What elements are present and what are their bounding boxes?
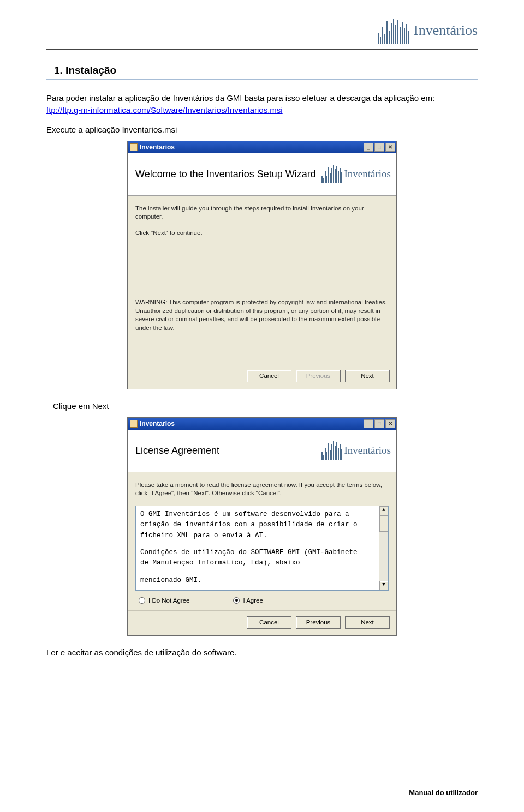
download-link[interactable]: ftp://ftp.g-m-informatica.com/Software/I… — [46, 105, 283, 115]
logo-bars-icon — [378, 17, 409, 44]
title-underline — [46, 79, 478, 80]
logo-bars-icon — [321, 441, 342, 460]
section-title: 1. Instalação — [54, 64, 478, 76]
warning-text: WARNING: This computer program is protec… — [135, 298, 389, 332]
next-button[interactable]: Next — [345, 370, 390, 382]
intro-text: Para poder instalar a aplicação de Inven… — [46, 92, 478, 104]
footer-text: Manual do utilizador — [46, 789, 478, 797]
license-line: O GMI Inventários é um software desenvol… — [140, 509, 386, 520]
banner-logo-text: Inventários — [344, 168, 391, 180]
next-button[interactable]: Next — [345, 616, 390, 629]
radio-icon — [233, 597, 240, 604]
cancel-button[interactable]: Cancel — [247, 616, 291, 629]
close-button[interactable]: ✕ — [385, 143, 395, 152]
license-line: ficheiro XML para o envia à AT. — [140, 531, 386, 541]
guide-text: The installer will guide you through the… — [135, 204, 389, 221]
license-line: de Manutenção Informático, Lda), abaixo — [140, 558, 386, 568]
click-next-text: Click "Next" to continue. — [135, 229, 389, 238]
maximize-button: □ — [374, 143, 384, 152]
execute-text: Execute a aplicação Inventarios.msi — [46, 125, 478, 134]
scroll-down-icon[interactable]: ▼ — [379, 581, 388, 590]
previous-button: Previous — [296, 370, 341, 382]
radio-do-not-agree-label: I Do Not Agree — [148, 597, 189, 604]
installer-icon — [130, 143, 138, 151]
button-bar: Cancel Previous Next — [128, 610, 396, 635]
page-header-logo: Inventários — [46, 14, 478, 47]
click-next-caption: Clique em Next — [53, 401, 478, 411]
previous-button[interactable]: Previous — [296, 616, 341, 629]
banner-logo: Inventários — [321, 165, 391, 183]
logo-text: Inventários — [414, 22, 478, 39]
minimize-button[interactable]: _ — [364, 419, 373, 428]
license-textbox[interactable]: O GMI Inventários é um software desenvol… — [135, 506, 389, 591]
minimize-button[interactable]: _ — [364, 143, 373, 152]
maximize-button: □ — [374, 419, 384, 428]
page-footer: Manual do utilizador — [46, 787, 478, 797]
accept-caption: Ler e aceitar as condições de utilização… — [46, 648, 478, 657]
installer-window-welcome: Inventarios _ □ ✕ Welcome to the Inventa… — [127, 141, 397, 389]
radio-agree-label: I Agree — [243, 597, 263, 604]
logo-bars-icon — [321, 165, 342, 183]
scroll-thumb[interactable] — [379, 515, 388, 532]
cancel-button[interactable]: Cancel — [247, 370, 291, 382]
window-title: Inventarios — [140, 420, 175, 428]
titlebar: Inventarios _ □ ✕ — [128, 418, 396, 430]
banner: License Agreement Inventários — [128, 430, 396, 472]
installer-icon — [130, 420, 138, 428]
button-bar: Cancel Previous Next — [128, 364, 396, 389]
footer-divider — [46, 787, 478, 787]
scroll-up-icon[interactable]: ▲ — [379, 506, 388, 515]
license-line: mencionado GMI. — [140, 575, 386, 586]
banner-logo: Inventários — [321, 441, 391, 460]
titlebar: Inventarios _ □ ✕ — [128, 141, 396, 153]
license-line: criação de inventários com a possibilida… — [140, 520, 386, 530]
radio-icon — [139, 597, 145, 604]
banner-logo-text: Inventários — [344, 444, 391, 456]
wizard-heading: Welcome to the Inventarios Setup Wizard — [135, 169, 316, 180]
close-button[interactable]: ✕ — [385, 419, 395, 428]
installer-window-license: Inventarios _ □ ✕ License Agreement — [127, 417, 397, 636]
window-title: Inventarios — [140, 143, 175, 151]
scrollbar[interactable]: ▲ ▼ — [379, 506, 388, 590]
radio-agree[interactable]: I Agree — [233, 597, 263, 604]
radio-do-not-agree[interactable]: I Do Not Agree — [139, 597, 189, 604]
scroll-track[interactable] — [379, 532, 388, 581]
header-divider — [46, 49, 478, 50]
banner: Welcome to the Inventarios Setup Wizard … — [128, 153, 396, 196]
license-line: Condições de utilização do SOFTWARE GMI … — [140, 548, 386, 558]
license-instruction: Please take a moment to read the license… — [135, 481, 389, 498]
wizard-heading: License Agreement — [135, 445, 219, 456]
